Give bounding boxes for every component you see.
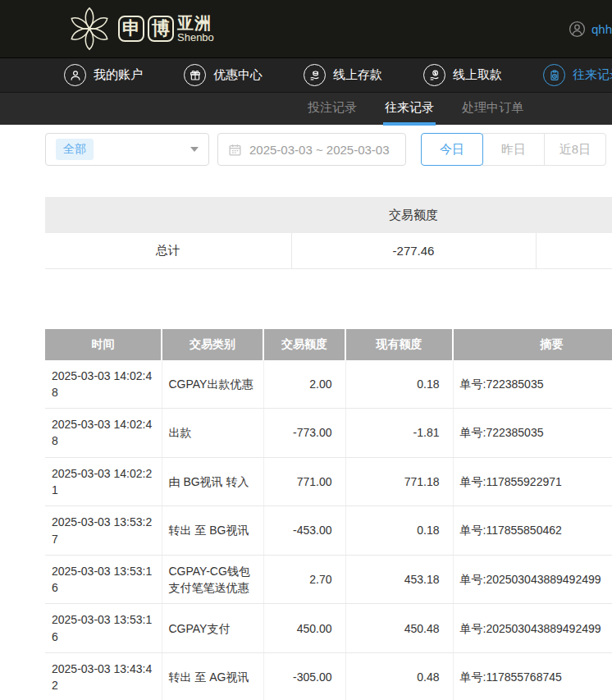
records-icon	[543, 64, 565, 86]
top-header: 申 博 亚洲 Shenbo qhh	[0, 0, 612, 57]
brand-char-2: 博	[148, 16, 174, 42]
main-nav: 我的账户 优惠中心 线上存款 线上取款	[0, 57, 612, 92]
nav-label: 线上取款	[453, 67, 502, 83]
brand-text: 亚洲 Shenbo	[177, 15, 214, 43]
cell-time: 2025-03-03 13:43:42	[45, 653, 162, 700]
brand-subtitle: Shenbo	[177, 32, 214, 43]
today-button[interactable]: 今日	[421, 133, 483, 166]
cell-balance: 0.48	[345, 653, 453, 700]
cell-amount: 2.70	[263, 555, 345, 604]
summary-empty-cell	[536, 233, 612, 268]
records-header-row: 时间 交易类别 交易额度 现有额度 摘要	[45, 329, 612, 360]
records-table: 时间 交易类别 交易额度 现有额度 摘要 2025-03-03 14:02:48…	[45, 329, 612, 700]
table-row: 2025-03-03 14:02:21由 BG视讯 转入771.00771.18…	[45, 457, 612, 506]
header-time: 时间	[45, 329, 162, 360]
table-row: 2025-03-03 13:43:42转出 至 AG视讯-305.000.48单…	[45, 653, 612, 700]
category-selected-tag[interactable]: 全部	[56, 139, 94, 160]
cell-summary: 单号:722385035	[453, 360, 612, 409]
cell-balance: -1.81	[345, 409, 453, 458]
cell-type: 转出 至 AG视讯	[162, 653, 263, 700]
cell-type: 转出 至 BG视讯	[162, 506, 263, 556]
cell-summary: 单号:117855922971	[453, 457, 612, 506]
cell-amount: 450.00	[263, 604, 345, 653]
yesterday-button[interactable]: 昨日	[482, 133, 545, 166]
deposit-icon	[304, 64, 326, 86]
cell-balance: 450.48	[345, 604, 453, 653]
table-row: 2025-03-03 13:53:16CGPAY-CG钱包支付笔笔送优惠2.70…	[45, 555, 612, 604]
cell-type: 出款	[162, 409, 263, 458]
summary-header-row: 交易额度	[45, 197, 612, 233]
table-row: 2025-03-03 13:53:16CGPAY支付450.00450.48单号…	[45, 604, 612, 653]
summary-header-spacer	[45, 197, 291, 233]
nav-item-records[interactable]: 往来记录	[543, 64, 612, 86]
summary-table: 交易额度 总计 -277.46	[45, 197, 612, 269]
cell-balance: 0.18	[345, 360, 453, 409]
table-row: 2025-03-03 13:53:27转出 至 BG视讯-453.000.18单…	[45, 506, 612, 556]
date-range-input[interactable]: 2025-03-03 ~ 2025-03-03	[217, 133, 406, 166]
withdraw-icon	[423, 64, 445, 86]
tab-transaction-records[interactable]: 往来记录	[383, 93, 436, 126]
nav-item-withdraw[interactable]: 线上取款	[423, 64, 502, 86]
table-row: 2025-03-03 14:02:48出款-773.00-1.81单号:7223…	[45, 409, 612, 458]
gift-icon	[184, 64, 206, 86]
nav-label: 线上存款	[333, 67, 382, 83]
cell-type: CGPAY支付	[162, 604, 263, 653]
cell-balance: 771.18	[345, 457, 453, 506]
cell-summary: 单号:117855850462	[453, 506, 612, 556]
summary-header-amount: 交易额度	[291, 197, 536, 233]
header-balance: 现有额度	[345, 329, 453, 360]
brand-name-boxes: 申 博	[118, 16, 174, 42]
cell-time: 2025-03-03 13:53:16	[45, 555, 162, 604]
nav-label: 优惠中心	[213, 67, 263, 83]
flower-logo-icon	[66, 5, 113, 53]
sub-nav: 投注记录 往来记录 处理中订单	[0, 92, 612, 125]
cell-balance: 0.18	[345, 506, 453, 556]
cell-type: 由 BG视讯 转入	[162, 457, 263, 506]
table-row: 2025-03-03 14:02:48CGPAY出款优惠2.000.18单号:7…	[45, 360, 612, 409]
username-text[interactable]: qhh	[591, 22, 612, 36]
cell-time: 2025-03-03 14:02:48	[45, 360, 162, 409]
cell-summary: 单号:202503043889492499	[453, 555, 612, 604]
nav-item-deposit[interactable]: 线上存款	[304, 64, 382, 86]
nav-item-my-account[interactable]: 我的账户	[64, 64, 143, 86]
user-icon	[64, 64, 86, 86]
nav-label: 往来记录	[573, 67, 612, 83]
nav-item-promotions[interactable]: 优惠中心	[184, 64, 263, 86]
tab-processing-orders[interactable]: 处理中订单	[460, 93, 525, 126]
cell-type: CGPAY-CG钱包支付笔笔送优惠	[162, 555, 263, 604]
date-range-text: 2025-03-03 ~ 2025-03-03	[249, 143, 390, 157]
cell-time: 2025-03-03 14:02:48	[45, 409, 162, 458]
cell-amount: -453.00	[263, 506, 345, 556]
cell-balance: 453.18	[345, 555, 453, 604]
cell-time: 2025-03-03 13:53:16	[45, 604, 162, 653]
cell-summary: 单号:117855768745	[453, 653, 612, 700]
cell-time: 2025-03-03 13:53:27	[45, 506, 162, 556]
chevron-down-icon	[190, 147, 199, 152]
last-8-days-button[interactable]: 近8日	[544, 133, 606, 166]
cell-amount: 2.00	[263, 360, 345, 409]
cell-amount: -773.00	[263, 409, 345, 458]
brand-logo[interactable]: 申 博 亚洲 Shenbo	[66, 5, 214, 53]
category-dropdown[interactable]: 全部	[45, 133, 209, 166]
records-body: 2025-03-03 14:02:48CGPAY出款优惠2.000.18单号:7…	[45, 360, 612, 700]
cell-summary: 单号:202503043889492499	[453, 604, 612, 653]
user-account[interactable]: qhh	[569, 0, 612, 57]
cell-type: CGPAY出款优惠	[162, 360, 263, 409]
cell-amount: 771.00	[263, 457, 345, 506]
tab-betting-records[interactable]: 投注记录	[306, 93, 359, 126]
summary-total-label: 总计	[45, 233, 291, 268]
summary-header-spacer	[536, 197, 612, 233]
summary-total-value: -277.46	[291, 233, 536, 268]
cell-amount: -305.00	[263, 653, 345, 700]
summary-total-row: 总计 -277.46	[45, 233, 612, 268]
nav-label: 我的账户	[94, 67, 143, 83]
filter-bar: 全部 2025-03-03 ~ 2025-03-03 今日 昨日 近8日	[45, 133, 612, 166]
brand-char-1: 申	[118, 16, 144, 42]
quick-range-group: 今日 昨日 近8日	[421, 133, 606, 166]
brand-region: 亚洲	[177, 15, 214, 32]
calendar-icon	[228, 143, 242, 157]
header-type: 交易类别	[162, 329, 263, 360]
avatar-icon	[569, 21, 586, 38]
header-summary: 摘要	[453, 329, 612, 360]
header-amount: 交易额度	[263, 329, 345, 360]
